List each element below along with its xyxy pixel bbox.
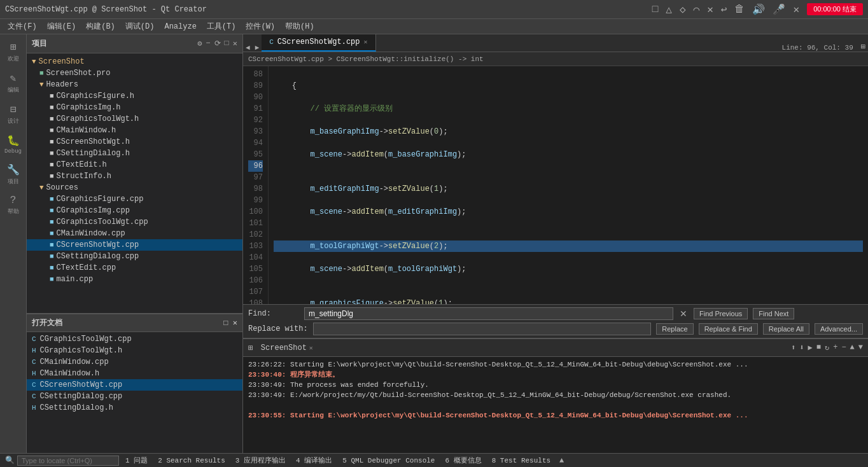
curve-icon[interactable]: ⌒ [694,3,700,16]
od-CScreenShotWgt-cpp[interactable]: CCScreenShotWgt.cpp [27,379,242,391]
tree-item-CMainWindow-cpp[interactable]: ■CMainWindow.cpp [27,228,242,239]
tree-item-CScreenShotWgt-cpp[interactable]: ■CScreenShotWgt.cpp [27,239,242,251]
sidebar-item-welcome[interactable]: ⊞ 欢迎 [0,37,26,67]
find-next-button[interactable]: Find Next [753,308,794,319]
output-expand-icon[interactable]: ▲ [850,343,855,352]
replace-input[interactable] [313,323,652,335]
menu-edit[interactable]: 编辑(E) [42,20,81,33]
maximize-icon[interactable]: □ [225,39,229,48]
output-down-icon[interactable]: ⬇ [799,343,804,352]
close-icon[interactable]: ✕ [793,3,799,16]
replace-all-button[interactable]: Replace All [763,323,809,335]
tree-item-CSettingDialog-cpp[interactable]: ■CSettingDialog.cpp [27,251,242,262]
speaker-icon[interactable]: 🔊 [752,3,765,16]
sidebar-project-label: 项目 [8,178,19,186]
sidebar-item-project[interactable]: 🔧 项目 [0,160,26,190]
advanced-button[interactable]: Advanced... [815,323,863,335]
tree-item-CGraphicsImg-h[interactable]: ■CGraphicsImg.h [27,102,242,113]
close-panel-icon[interactable]: ✕ [233,39,237,48]
sidebar-item-help[interactable]: ? 帮助 [0,191,26,220]
code-editor[interactable]: 8889909192 9394959697 9899100101102 1031… [243,66,868,304]
maximize-docs-icon[interactable]: □ [223,319,228,328]
tree-item-CGraphicsToolWgt-h[interactable]: ■CGraphicsToolWgt.h [27,113,242,125]
tree-item-CScreenShotWgt-h[interactable]: ■CScreenShotWgt.h [27,136,242,148]
output-minus-icon[interactable]: − [841,343,846,352]
bottombar-qml-debugger[interactable]: 5 QML Debugger Console [339,457,438,464]
sync-icon[interactable]: ⟳ [214,39,221,48]
replace-button[interactable]: Replace [656,323,693,335]
tab-close-btn[interactable]: ✕ [363,38,367,46]
open-docs-icons: □ ✕ [223,318,237,328]
split-editor-icon[interactable]: ⊞ [858,42,868,52]
collapse-icon[interactable]: − [206,39,210,48]
locate-input[interactable] [17,456,119,466]
output-up-icon[interactable]: ⬆ [791,343,795,352]
rect-icon[interactable]: □ [652,4,659,15]
menu-controls[interactable]: 控件(W) [241,20,280,33]
mic-icon[interactable]: 🎤 [773,3,785,16]
bottombar-search-results[interactable]: 2 Search Results [154,457,229,464]
diamond-icon[interactable]: ◇ [680,3,686,16]
tree-root[interactable]: ▼ ScreenShot [27,56,242,67]
tree-item-CGraphicsFigure-h[interactable]: ■CGraphicsFigure.h [27,90,242,102]
tree-headers-folder[interactable]: ▼ Headers [27,79,242,90]
output-play-icon[interactable]: ▶ [808,343,813,352]
find-input[interactable] [304,307,673,320]
code-content[interactable]: { // 设置容器的显示级别 m_baseGraphiImg->setZValu… [269,66,868,304]
tree-item-CSettingDialog-h[interactable]: ■CSettingDialog.h [27,148,242,159]
sidebar-item-edit[interactable]: ✎ 编辑 [0,68,26,98]
tree-item-CGraphicsToolWgt-cpp[interactable]: ■CGraphicsToolWgt.cpp [27,216,242,228]
bottombar-app-output[interactable]: 3 应用程序输出 [232,456,290,465]
sidebar-item-design[interactable]: ⊟ 设计 [0,99,26,129]
output-tab-close[interactable]: ✕ [309,344,313,352]
od-CGraphicsToolWgt-h[interactable]: HCGraphicsToolWgt.h [27,345,242,356]
output-rerun-icon[interactable]: ↻ [825,343,829,352]
od-CMainWindow-cpp[interactable]: CCMainWindow.cpp [27,356,242,368]
bottombar-overview[interactable]: 6 概要信息 [441,456,485,465]
find-previous-button[interactable]: Find Previous [694,308,748,319]
menu-file[interactable]: 文件(F) [3,20,42,33]
bottombar-expand-icon[interactable]: ▲ [559,456,564,465]
output-tab-screenshot[interactable]: ScreenShot ✕ [256,342,318,354]
bottombar-problems[interactable]: 1 问题 [122,456,151,465]
find-clear-button[interactable]: ✕ [678,309,689,319]
tree-item-CTextEdit-cpp[interactable]: ■CTextEdit.cpp [27,262,242,274]
replace-find-button[interactable]: Replace & Find [699,323,758,335]
menu-analyze[interactable]: Analyze [159,21,201,32]
sidebar-item-debug[interactable]: 🐛 Debug [0,130,26,158]
tree-item-main-cpp[interactable]: ■main.cpp [27,274,242,285]
run-stop-button[interactable]: 00:00:00 结束 [807,3,863,15]
bottombar-test-results[interactable]: 8 Test Results [488,457,554,464]
output-plus-icon[interactable]: + [833,343,837,352]
tree-item-StructInfo-h[interactable]: ■StructInfo.h [27,171,242,182]
tree-sources-folder[interactable]: ▼ Sources [27,182,242,193]
od-CSettingDialog-h[interactable]: HCSettingDialog.h [27,402,242,414]
triangle-icon[interactable]: △ [666,3,672,16]
search-icon: 🔍 [5,456,15,465]
filter-icon[interactable]: ⚙ [197,39,202,48]
editor-tab-CScreenShotWgt[interactable]: C CScreenShotWgt.cpp ✕ [262,34,375,52]
tree-item-pro[interactable]: ■ ScreenShot.pro [27,67,242,79]
tree-item-CTextEdit-h[interactable]: ■CTextEdit.h [27,159,242,171]
tree-item-CGraphicsImg-cpp[interactable]: ■CGraphicsImg.cpp [27,205,242,216]
tab-nav-next[interactable]: ▶ [253,43,262,52]
menu-tools[interactable]: 工具(T) [202,20,241,33]
od-CGraphicsToolWgt-cpp[interactable]: CCGraphicsToolWgt.cpp [27,333,242,345]
output-stop-icon[interactable]: ■ [816,343,821,352]
tree-item-CGraphicsFigure-cpp[interactable]: ■CGraphicsFigure.cpp [27,193,242,205]
tree-item-CMainWindow-h[interactable]: ■CMainWindow.h [27,125,242,136]
project-header-title: 项目 [32,38,47,49]
od-CSettingDialog-cpp[interactable]: CCSettingDialog.cpp [27,391,242,402]
cross-icon[interactable]: ✕ [707,3,713,16]
undo-icon[interactable]: ↩ [721,3,727,16]
output-collapse-icon[interactable]: ▼ [858,343,863,352]
menu-build[interactable]: 构建(B) [81,20,120,33]
trash-icon[interactable]: 🗑 [734,3,745,15]
menu-debug[interactable]: 调试(D) [120,20,160,33]
tab-nav-prev[interactable]: ◀ [243,43,253,52]
bottombar-compile-output[interactable]: 4 编译输出 [292,456,336,465]
file-label: CGraphicsToolWgt.h [57,115,139,123]
close-docs-icon[interactable]: ✕ [233,319,237,328]
menu-help[interactable]: 帮助(H) [280,20,319,33]
od-CMainWindow-h[interactable]: HCMainWindow.h [27,368,242,379]
